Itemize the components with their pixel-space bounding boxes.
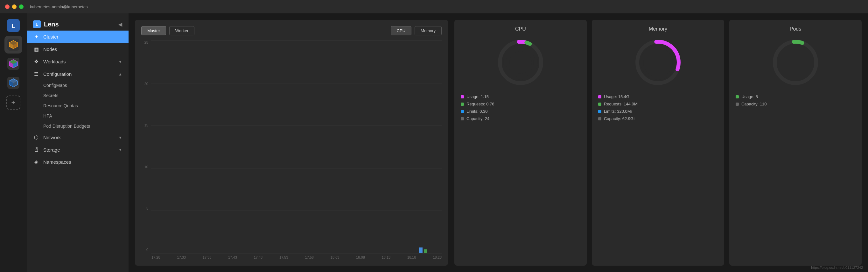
traffic-lights — [0, 4, 24, 9]
svg-point-21 — [508, 50, 533, 75]
sidebar-item-storage[interactable]: 🗄 Storage ▼ — [27, 144, 128, 156]
cpu-usage-row: Usage: 1.15 — [461, 94, 580, 99]
metrics-container: CPU Usage: — [454, 20, 862, 266]
svg-point-25 — [642, 47, 674, 78]
svg-text:L: L — [36, 22, 38, 27]
cpu-stats: Usage: 1.15 Requests: 0.76 Limits: 0.30 … — [461, 94, 580, 121]
workspace-3-icon — [7, 77, 20, 89]
cpu-requests-dot — [461, 103, 464, 106]
lens-logo-icon: L — [7, 19, 20, 32]
sidebar-subitem-configmaps[interactable]: ConfigMaps — [27, 80, 128, 90]
x-axis: 17:28 17:33 17:38 17:43 17:48 17:53 17:5… — [151, 253, 442, 259]
workspace-1-icon — [7, 38, 20, 51]
sidebar-logo: L Lens — [33, 20, 59, 28]
lens-sidebar-icon: L — [33, 20, 41, 28]
sidebar-nav: ✦ Cluster ▦ Nodes ❖ Workloads ▼ ☰ Config… — [27, 31, 128, 272]
pods-usage-dot — [736, 95, 739, 99]
x-label-10: 18:18 — [407, 255, 416, 259]
sidebar-item-cluster[interactable]: ✦ Cluster — [27, 31, 128, 43]
close-button[interactable] — [5, 4, 9, 9]
chart-panel: Master Worker CPU Memory 25 20 15 10 5 0 — [135, 20, 448, 266]
pods-stats: Usage: 8 Capacity: 110 — [736, 94, 855, 106]
configuration-icon: ☰ — [33, 71, 39, 77]
x-label-6: 17:58 — [305, 255, 314, 259]
y-axis: 25 20 15 10 5 0 — [141, 40, 151, 259]
cpu-usage-dot — [461, 95, 464, 99]
grid-line-20 — [151, 83, 442, 83]
y-label-0: 0 — [141, 248, 148, 252]
grid-line-15 — [151, 126, 442, 126]
memory-panel: Memory Usage: 15.4Gi — [592, 20, 724, 266]
titlebar: kubernetes-admin@kubernetes — [0, 0, 868, 13]
chart-controls: Master Worker CPU Memory — [141, 26, 442, 35]
x-label-0: 17:28 — [151, 255, 160, 259]
storage-chevron-icon: ▼ — [118, 147, 122, 152]
cpu-limits-row: Limits: 0.30 — [461, 109, 580, 114]
add-workspace-button[interactable]: + — [6, 96, 20, 110]
sidebar-item-workloads[interactable]: ❖ Workloads ▼ — [27, 55, 128, 68]
minimize-button[interactable] — [12, 4, 17, 9]
x-label-3: 17:43 — [228, 255, 237, 259]
sidebar-collapse-button[interactable]: ◀ — [118, 21, 122, 27]
memory-type-button[interactable]: Memory — [414, 26, 442, 35]
sidebar-item-configuration[interactable]: ☰ Configuration ▲ — [27, 68, 128, 80]
pods-capacity-dot — [736, 103, 739, 106]
grid-line-5 — [151, 211, 442, 211]
cpu-donut-svg — [495, 37, 546, 88]
svg-text:L: L — [12, 23, 15, 29]
sidebar-subitem-pod-disruption[interactable]: Pod Disruption Budgets — [27, 121, 128, 131]
svg-point-19 — [500, 42, 541, 83]
x-label-8: 18:08 — [356, 255, 365, 259]
y-label-10: 10 — [141, 165, 148, 169]
grid-line-10 — [151, 168, 442, 168]
y-label-20: 20 — [141, 82, 148, 86]
x-label-5: 17:53 — [279, 255, 288, 259]
main-content: Master Worker CPU Memory 25 20 15 10 5 0 — [128, 0, 868, 272]
pods-panel: Pods Usage: 8 Ca — [729, 20, 862, 266]
cpu-title: CPU — [515, 26, 526, 32]
workloads-chevron-icon: ▼ — [118, 59, 122, 64]
sidebar-icon-lens[interactable]: L — [4, 17, 22, 34]
chart-grid: 17:28 17:33 17:38 17:43 17:48 17:53 17:5… — [151, 40, 442, 259]
pods-donut — [770, 37, 821, 88]
fullscreen-button[interactable] — [19, 4, 24, 9]
x-label-4: 17:48 — [254, 255, 263, 259]
footer-url: https://blog.csdn.net/u011127242 — [811, 266, 863, 269]
memory-usage-dot — [598, 95, 601, 99]
sidebar-icon-workspace-1[interactable] — [4, 36, 22, 54]
grid-line-25 — [151, 40, 442, 41]
sidebar-item-nodes[interactable]: ▦ Nodes — [27, 43, 128, 55]
content-area: Master Worker CPU Memory 25 20 15 10 5 0 — [128, 13, 868, 272]
cluster-icon: ✦ — [33, 34, 39, 40]
memory-limits-dot — [598, 110, 601, 113]
sidebar-subitem-resource-quotas[interactable]: Resource Quotas — [27, 101, 128, 111]
sidebar-icon-workspace-2[interactable] — [4, 55, 22, 73]
memory-stats: Usage: 15.4Gi Requests: 144.0Mi Limits: … — [598, 94, 718, 121]
worker-tab-button[interactable]: Worker — [169, 26, 195, 35]
x-label-11: 18:23 — [433, 255, 442, 259]
cpu-panel: CPU Usage: — [454, 20, 587, 266]
configuration-chevron-icon: ▲ — [118, 72, 122, 77]
network-icon: ⬡ — [33, 134, 39, 140]
sidebar-item-network[interactable]: ⬡ Network ▼ — [27, 131, 128, 144]
sidebar-icon-workspace-3[interactable] — [4, 74, 22, 92]
x-label-1: 17:33 — [177, 255, 186, 259]
sidebar: L Lens ◀ ✦ Cluster ▦ Nodes ❖ Workloads ▼… — [27, 0, 128, 272]
workspace-2-icon — [7, 58, 20, 70]
sidebar-item-namespaces[interactable]: ◈ Namespaces — [27, 156, 128, 168]
sidebar-subitem-hpa[interactable]: HPA — [27, 111, 128, 121]
memory-capacity-row: Capacity: 62.9Gi — [598, 116, 718, 121]
y-label-5: 5 — [141, 207, 148, 210]
cpu-requests-row: Requests: 0.76 — [461, 102, 580, 106]
svg-point-27 — [775, 42, 816, 83]
sidebar-subitem-secrets[interactable]: Secrets — [27, 90, 128, 101]
cpu-type-button[interactable]: CPU — [391, 26, 411, 35]
chart-bar-blue — [419, 247, 423, 253]
grid-lines — [151, 40, 442, 253]
y-label-25: 25 — [141, 40, 148, 44]
cpu-capacity-dot — [461, 117, 464, 120]
master-tab-button[interactable]: Master — [141, 26, 166, 35]
nodes-icon: ▦ — [33, 46, 39, 52]
memory-capacity-dot — [598, 117, 601, 120]
cpu-donut — [495, 37, 546, 88]
